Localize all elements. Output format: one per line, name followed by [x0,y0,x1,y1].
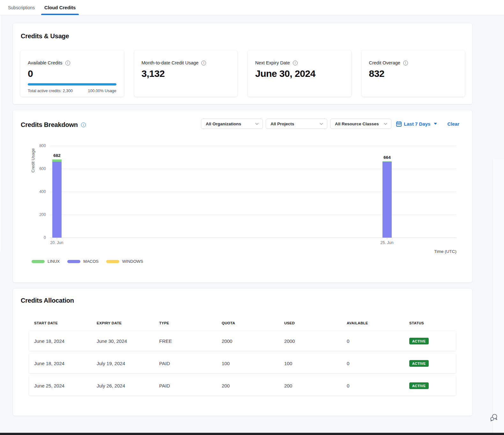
credits-allocation-title: Credits Allocation [21,297,74,304]
main-content: Credits & Usage Available Credits 0 Tota… [13,23,472,422]
gridline [50,169,456,169]
credits-usage-title: Credits & Usage [21,33,465,40]
organizations-dropdown-value: All Organizations [206,122,241,126]
x-axis-line [50,238,456,238]
tab-subscriptions[interactable]: Subscriptions [7,0,35,15]
y-tick-label: 600 [39,166,46,171]
info-icon[interactable] [81,122,86,127]
legend-swatch-windows [106,260,119,263]
info-icon[interactable] [403,61,408,65]
status-badge: ACTIVE [409,360,429,367]
x-tick-mark [387,238,387,239]
tab-cloud-credits-label: Cloud Credits [44,5,76,10]
mtd-usage-value: 3,132 [142,68,230,79]
stat-row: Available Credits 0 Total active credits… [20,50,465,97]
info-icon[interactable] [65,61,70,65]
info-icon[interactable] [201,61,206,65]
status-badge: ACTIVE [409,382,429,389]
table-row: June 25, 2024 July 26, 2024 PAID 200 200… [29,376,456,395]
legend-swatch-linux [32,260,45,263]
legend-item-linux[interactable]: LINUX [32,259,60,264]
mtd-usage-label: Month-to-date Credit Usage [142,60,199,65]
cell-used: 100 [279,361,342,366]
cell-quota: 2000 [217,338,279,344]
legend-item-windows[interactable]: WINDOWS [106,259,143,264]
cell-available: 0 [342,361,404,366]
col-header-expiry-date: EXPIRY DATE [92,321,154,325]
available-credits-label: Available Credits [28,60,63,65]
chat-bubbles-icon [489,413,498,422]
col-header-quota: QUOTA [217,321,279,325]
col-header-type: TYPE [154,321,217,325]
cell-quota: 200 [217,383,279,388]
y-tick-label: 800 [39,144,46,148]
next-expiry-value: June 30, 2024 [255,68,344,79]
legend-label-windows: WINDOWS [122,259,143,264]
y-tick-label: 400 [39,189,46,194]
x-tick-mark [57,238,57,239]
usage-progress-bar [28,83,116,85]
legend-label-linux: LINUX [48,259,60,264]
credit-overage-value: 832 [369,68,458,79]
status-badge: ACTIVE [409,338,429,344]
credit-overage-card: Credit Overage 832 [362,50,465,97]
table-row: June 18, 2024 June 30, 2024 FREE 2000 20… [29,331,456,351]
bar-total-label: 664 [383,155,391,160]
usage-percent-label: 100.00% Usage [88,89,116,93]
cell-used: 200 [279,383,342,388]
legend-swatch-macos [67,260,80,263]
credit-overage-label: Credit Overage [369,60,400,65]
cell-start-date: June 18, 2024 [29,361,92,366]
tab-subscriptions-label: Subscriptions [8,5,35,10]
cell-expiry-date: July 19, 2024 [92,361,154,366]
chat-support-button[interactable] [489,413,498,422]
col-header-used: USED [279,321,342,325]
available-credits-card: Available Credits 0 Total active credits… [20,50,124,97]
credits-allocation-table: START DATE EXPIRY DATE TYPE QUOTA USED A… [29,321,456,398]
resource-classes-dropdown[interactable]: All Resource Classes [330,119,391,129]
date-range-button[interactable]: Last 7 Days [396,121,437,127]
total-active-credits-label: Total active credits: 2,300 [28,89,73,93]
credits-usage-card: Credits & Usage Available Credits 0 Tota… [13,23,472,104]
chevron-down-icon [320,123,323,125]
projects-dropdown-value: All Projects [271,122,294,126]
x-tick-label: 20. Jun [50,240,63,245]
info-icon[interactable] [293,61,298,65]
resource-classes-dropdown-value: All Resource Classes [335,122,379,126]
available-credits-value: 0 [28,68,116,79]
credits-breakdown-title: Credits Breakdown [21,121,78,129]
x-tick-label: 25. Jun [380,240,393,245]
credits-allocation-card: Credits Allocation START DATE EXPIRY DAT… [13,288,472,416]
organizations-dropdown[interactable]: All Organizations [201,119,263,129]
credits-breakdown-card: Credits Breakdown All Organizations All … [13,110,472,283]
col-header-status: STATUS [404,321,456,325]
cell-start-date: June 25, 2024 [29,383,92,388]
stacked-bar-jun25[interactable]: 664 [382,161,392,238]
projects-dropdown[interactable]: All Projects [266,119,327,129]
right-edge-divider [493,159,504,433]
bar-segment-linux [52,159,62,162]
usage-progress-fill [28,83,116,85]
gridline [50,146,456,146]
cell-quota: 100 [217,361,279,366]
cell-start-date: June 18, 2024 [29,338,92,344]
chart-plot-area: 800 600 400 200 0 682 664 20. Jun 25. Ju… [50,146,456,238]
chart-y-axis-title: Credit Usage [31,148,35,173]
col-header-available: AVAILABLE [342,321,404,325]
y-tick-label: 200 [39,212,46,217]
clear-filters-button[interactable]: Clear [447,121,459,127]
stacked-bar-jun20[interactable]: 682 [52,159,62,238]
calendar-icon [396,121,402,127]
col-header-start-date: START DATE [29,321,92,325]
chart-legend: LINUX MACOS WINDOWS [32,259,143,264]
cell-expiry-date: July 26, 2024 [92,383,154,388]
gridline [50,192,456,192]
legend-item-macos[interactable]: MACOS [67,259,99,264]
bar-total-label: 682 [53,153,61,158]
tab-cloud-credits[interactable]: Cloud Credits [44,0,76,15]
cell-expiry-date: June 30, 2024 [92,338,154,344]
gridline [50,215,456,215]
cell-used: 2000 [279,338,342,344]
tab-bar: Subscriptions Cloud Credits [0,0,504,15]
cell-available: 0 [342,383,404,388]
